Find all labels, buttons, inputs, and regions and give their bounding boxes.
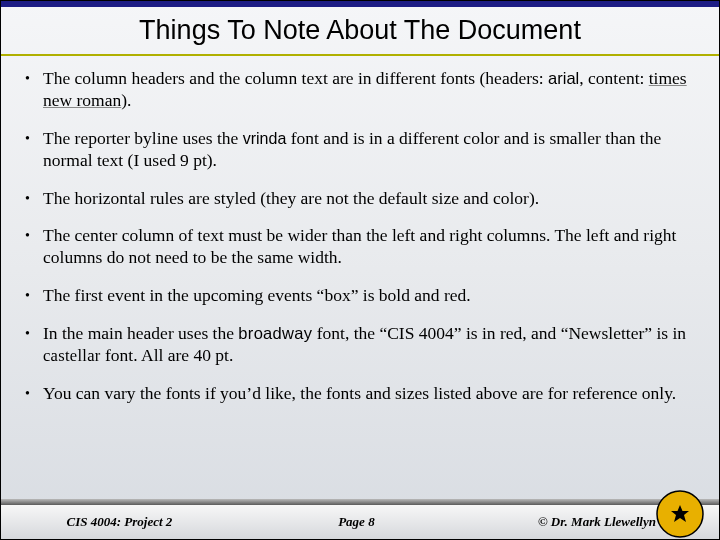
title-underline xyxy=(1,54,719,56)
list-item: • The horizontal rules are styled (they … xyxy=(41,188,695,210)
bullet-text: In the main header uses the broadway fon… xyxy=(43,323,695,367)
top-accent-bar xyxy=(1,1,719,7)
bullet-text: The horizontal rules are styled (they ar… xyxy=(43,188,695,210)
footer-course: CIS 4004: Project 2 xyxy=(1,514,238,530)
bullet-text: The first event in the upcoming events “… xyxy=(43,285,695,307)
font-sample-broadway: broadway xyxy=(238,324,312,342)
bullet-icon: • xyxy=(25,383,43,403)
footer-page: Page 8 xyxy=(238,514,475,530)
bullet-list: • The column headers and the column text… xyxy=(1,68,719,405)
bullet-icon: • xyxy=(25,285,43,305)
slide-title: Things To Note About The Document xyxy=(1,15,719,46)
list-item: • The column headers and the column text… xyxy=(41,68,695,112)
list-item: • In the main header uses the broadway f… xyxy=(41,323,695,367)
bullet-text: The center column of text must be wider … xyxy=(43,225,695,269)
bullet-icon: • xyxy=(25,323,43,343)
footer: CIS 4004: Project 2 Page 8 © Dr. Mark Ll… xyxy=(1,499,719,539)
font-sample-vrinda: vrinda xyxy=(243,130,287,147)
ucf-logo-icon xyxy=(655,489,705,539)
bullet-icon: • xyxy=(25,225,43,245)
bullet-icon: • xyxy=(25,188,43,208)
font-sample-arial: arial xyxy=(548,69,579,87)
list-item: • The first event in the upcoming events… xyxy=(41,285,695,307)
bullet-icon: • xyxy=(25,68,43,88)
list-item: • The reporter byline uses the vrinda fo… xyxy=(41,128,695,172)
footer-row: CIS 4004: Project 2 Page 8 © Dr. Mark Ll… xyxy=(1,505,719,539)
bullet-text: The column headers and the column text a… xyxy=(43,68,695,112)
list-item: • The center column of text must be wide… xyxy=(41,225,695,269)
list-item: • You can vary the fonts if you’d like, … xyxy=(41,383,695,405)
font-sample-castellar: castellar xyxy=(43,346,101,365)
bullet-text: The reporter byline uses the vrinda font… xyxy=(43,128,695,172)
bullet-text: You can vary the fonts if you’d like, th… xyxy=(43,383,695,405)
bullet-icon: • xyxy=(25,128,43,148)
